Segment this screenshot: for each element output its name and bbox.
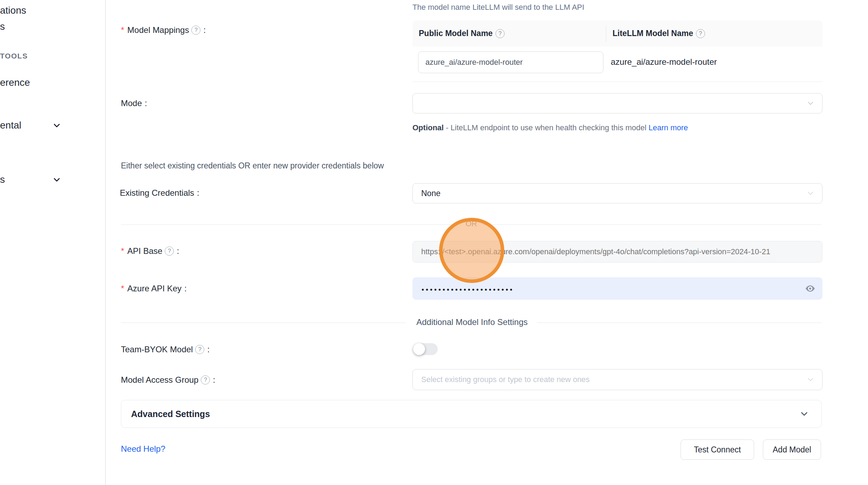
model-access-group-label-text: Model Access Group bbox=[121, 375, 198, 385]
sidebar-section-tools: TOOLS bbox=[0, 52, 28, 60]
learn-more-link[interactable]: Learn more bbox=[649, 123, 688, 132]
mode-help-text: Optional - LiteLLM endpoint to use when … bbox=[412, 121, 700, 135]
public-model-name-header-text: Public Model Name bbox=[419, 29, 493, 38]
model-access-group-select[interactable]: Select existing groups or type to create… bbox=[412, 369, 822, 390]
chevron-down-icon bbox=[806, 375, 815, 384]
mode-select[interactable] bbox=[412, 93, 822, 113]
help-icon[interactable]: ? bbox=[201, 375, 210, 384]
label-colon: : bbox=[203, 25, 206, 35]
existing-credentials-select[interactable]: None bbox=[412, 183, 822, 203]
add-model-button[interactable]: Add Model bbox=[763, 439, 821, 460]
team-byok-label-text: Team-BYOK Model bbox=[121, 345, 193, 354]
team-byok-label: Team-BYOK Model ? : bbox=[121, 345, 210, 354]
mode-help-bold: Optional bbox=[412, 123, 444, 132]
model-mappings-table-header: Public Model Name ? LiteLLM Model Name ? bbox=[412, 20, 822, 47]
card-divider bbox=[105, 0, 106, 485]
model-name-helper-text: The model name LiteLLM will send to the … bbox=[412, 3, 584, 12]
sidebar-item-api-reference[interactable]: erence bbox=[0, 77, 30, 88]
section-divider-right bbox=[537, 323, 822, 323]
mode-label-text: Mode bbox=[121, 98, 142, 108]
team-byok-toggle[interactable] bbox=[413, 343, 438, 355]
model-access-group-label: Model Access Group ? : bbox=[121, 375, 215, 385]
public-model-name-header: Public Model Name ? bbox=[412, 26, 606, 42]
chevron-down-icon[interactable] bbox=[53, 121, 61, 130]
api-base-label: * API Base ? : bbox=[121, 246, 179, 256]
or-divider-label: OR bbox=[460, 219, 483, 228]
eye-icon[interactable] bbox=[804, 283, 816, 295]
litellm-model-name-header-text: LiteLLM Model Name bbox=[613, 29, 693, 38]
toggle-knob bbox=[413, 343, 425, 355]
label-colon: : bbox=[197, 188, 199, 198]
api-base-label-text: API Base bbox=[127, 246, 162, 256]
azure-api-key-label-text: Azure API Key bbox=[127, 284, 182, 293]
azure-api-key-input[interactable]: •••••••••••••••••••••• bbox=[412, 277, 822, 300]
advanced-settings-panel[interactable]: Advanced Settings bbox=[121, 400, 822, 428]
model-mappings-label-text: Model Mappings bbox=[127, 25, 189, 35]
label-colon: : bbox=[145, 98, 147, 108]
test-connect-button[interactable]: Test Connect bbox=[681, 439, 754, 460]
table-row: azure_ai/azure-model-router bbox=[412, 47, 822, 82]
need-help-link[interactable]: Need Help? bbox=[121, 444, 165, 454]
chevron-down-icon bbox=[799, 409, 809, 419]
azure-api-key-label: * Azure API Key : bbox=[121, 284, 187, 293]
required-asterisk: * bbox=[121, 284, 124, 293]
sidebar-item-settings[interactable]: s bbox=[0, 174, 5, 185]
section-divider-left bbox=[121, 323, 406, 323]
litellm-model-name-value: azure_ai/azure-model-router bbox=[611, 57, 717, 67]
chevron-down-icon[interactable] bbox=[53, 175, 61, 184]
credentials-note: Either select existing credentials OR en… bbox=[121, 161, 384, 171]
sidebar-item-experimental[interactable]: ental bbox=[0, 120, 21, 131]
add-model-page: ations s TOOLS erence ental s The model … bbox=[0, 0, 868, 485]
additional-settings-title: Additional Model Info Settings bbox=[410, 317, 534, 327]
label-colon: : bbox=[177, 246, 179, 256]
existing-credentials-value: None bbox=[413, 189, 440, 198]
model-access-group-placeholder: Select existing groups or type to create… bbox=[413, 375, 590, 384]
litellm-model-name-header: LiteLLM Model Name ? bbox=[606, 26, 822, 42]
existing-credentials-label: Existing Credentials : bbox=[120, 188, 199, 198]
label-colon: : bbox=[184, 284, 187, 293]
masked-key-value: •••••••••••••••••••••• bbox=[412, 284, 514, 294]
sidebar-item-organizations[interactable]: ations bbox=[0, 5, 26, 16]
help-icon[interactable]: ? bbox=[696, 29, 705, 38]
sidebar-item[interactable]: s bbox=[0, 21, 5, 32]
required-asterisk: * bbox=[121, 246, 124, 256]
model-mappings-table: Public Model Name ? LiteLLM Model Name ?… bbox=[412, 20, 822, 82]
model-mappings-label: * Model Mappings ? : bbox=[121, 25, 206, 35]
public-model-name-input[interactable] bbox=[418, 51, 603, 73]
help-icon[interactable]: ? bbox=[495, 29, 505, 38]
label-colon: : bbox=[207, 345, 210, 354]
mode-help-body: - LiteLLM endpoint to use when health ch… bbox=[444, 123, 649, 132]
api-base-input[interactable] bbox=[412, 241, 822, 263]
help-icon[interactable]: ? bbox=[195, 345, 204, 354]
existing-credentials-label-text: Existing Credentials bbox=[120, 188, 194, 198]
advanced-settings-title: Advanced Settings bbox=[121, 409, 210, 419]
required-asterisk: * bbox=[121, 25, 124, 35]
label-colon: : bbox=[213, 375, 215, 385]
help-icon[interactable]: ? bbox=[191, 26, 200, 35]
help-icon[interactable]: ? bbox=[165, 247, 174, 256]
mode-label: Mode : bbox=[121, 98, 147, 108]
chevron-down-icon bbox=[806, 99, 815, 108]
chevron-down-icon bbox=[806, 189, 815, 198]
